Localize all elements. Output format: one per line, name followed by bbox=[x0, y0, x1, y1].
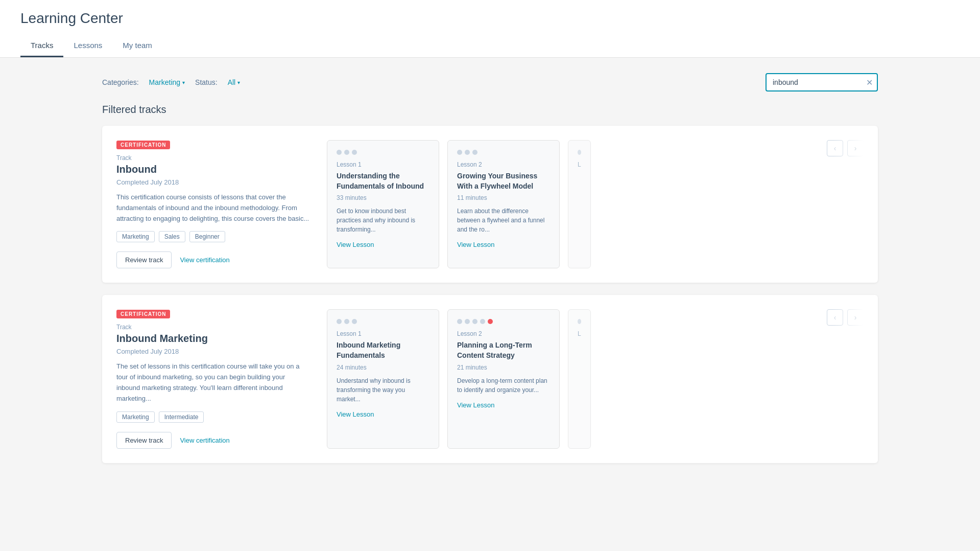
track1-lesson1-title: Understanding the Fundamentals of Inboun… bbox=[337, 171, 429, 191]
track2-lesson3-dots bbox=[578, 319, 581, 324]
dot4 bbox=[480, 319, 485, 324]
track2-lesson3-num: L bbox=[578, 330, 581, 337]
tag-marketing: Marketing bbox=[116, 231, 155, 242]
dot1 bbox=[457, 319, 462, 324]
track1-lesson2-num: Lesson 2 bbox=[457, 161, 550, 168]
filter-bar: Categories: Marketing ▾ Status: All ▾ ✕ bbox=[102, 73, 878, 91]
dot1 bbox=[578, 319, 581, 324]
track2-lesson1-desc: Understand why inbound is transforming t… bbox=[337, 376, 429, 404]
track1-lesson2-title: Growing Your Business With a Flywheel Mo… bbox=[457, 171, 550, 191]
status-label: Status: bbox=[195, 78, 218, 86]
categories-filter[interactable]: Marketing ▾ bbox=[149, 78, 185, 86]
tab-lessons[interactable]: Lessons bbox=[63, 35, 112, 57]
track1-lesson1-duration: 33 minutes bbox=[337, 194, 429, 201]
track2-lessons-area: Lesson 1 Inbound Marketing Fundamentals … bbox=[327, 309, 864, 448]
tab-tracks[interactable]: Tracks bbox=[20, 35, 63, 57]
dot2 bbox=[465, 150, 470, 155]
track1-actions: Review track View certification bbox=[116, 251, 310, 268]
dot2 bbox=[344, 150, 349, 155]
track2-lesson1-num: Lesson 1 bbox=[337, 330, 429, 337]
track2-label: Track bbox=[116, 324, 310, 331]
track2-lesson2-card: Lesson 2 Planning a Long-Term Content St… bbox=[447, 309, 560, 448]
tag2-marketing: Marketing bbox=[116, 411, 155, 423]
track1-lesson3-num: L bbox=[578, 161, 581, 168]
track2-lesson2-title: Planning a Long-Term Content Strategy bbox=[457, 340, 550, 360]
track1-lesson1-num: Lesson 1 bbox=[337, 161, 429, 168]
dot2 bbox=[344, 319, 349, 324]
track2-lesson1-dots bbox=[337, 319, 429, 324]
track1-lesson1-card: Lesson 1 Understanding the Fundamentals … bbox=[327, 140, 439, 268]
track1-partial-overlay bbox=[833, 140, 864, 268]
track2-lesson1-duration: 24 minutes bbox=[337, 364, 429, 371]
track2-name: Inbound Marketing bbox=[116, 333, 310, 345]
track1-lesson2-dots bbox=[457, 150, 550, 155]
track1-lesson2-duration: 11 minutes bbox=[457, 194, 550, 201]
categories-label: Categories: bbox=[102, 78, 139, 86]
track2-lesson1-title: Inbound Marketing Fundamentals bbox=[337, 340, 429, 360]
track2-lesson2-duration: 21 minutes bbox=[457, 364, 550, 371]
track1-lesson1-desc: Get to know inbound best practices and w… bbox=[337, 206, 429, 234]
track1-lesson1-dots bbox=[337, 150, 429, 155]
categories-caret-icon: ▾ bbox=[182, 80, 185, 85]
filtered-tracks-title: Filtered tracks bbox=[102, 104, 878, 116]
track1-lesson1-link[interactable]: View Lesson bbox=[337, 241, 374, 248]
dot1 bbox=[337, 319, 342, 324]
track1-completed: Completed July 2018 bbox=[116, 178, 310, 186]
track1-label: Track bbox=[116, 154, 310, 162]
header: Learning Center Tracks Lessons My team bbox=[0, 0, 980, 58]
track2-cert-badge: CERTIFICATION bbox=[116, 310, 170, 318]
main-content: Categories: Marketing ▾ Status: All ▾ ✕ … bbox=[0, 58, 980, 491]
dot3 bbox=[472, 319, 477, 324]
track2-lesson1-link[interactable]: View Lesson bbox=[337, 410, 374, 418]
track1-lesson3-dots bbox=[578, 150, 581, 155]
track-card-inbound: ‹ › CERTIFICATION Track Inbound Complete… bbox=[102, 126, 878, 283]
track2-lesson2-num: Lesson 2 bbox=[457, 330, 550, 337]
track1-lesson3-partial: L bbox=[568, 140, 591, 268]
track1-review-button[interactable]: Review track bbox=[116, 251, 172, 268]
tag-beginner: Beginner bbox=[189, 231, 225, 242]
track2-partial-overlay bbox=[833, 309, 864, 448]
nav-tabs: Tracks Lessons My team bbox=[20, 35, 960, 57]
track1-lesson2-link[interactable]: View Lesson bbox=[457, 241, 494, 248]
track1-cert-badge: CERTIFICATION bbox=[116, 141, 170, 149]
app-title: Learning Center bbox=[20, 10, 960, 35]
track1-lesson2-card: Lesson 2 Growing Your Business With a Fl… bbox=[447, 140, 560, 268]
track-card-inbound-marketing: ‹ › CERTIFICATION Track Inbound Marketin… bbox=[102, 295, 878, 463]
tag2-intermediate: Intermediate bbox=[159, 411, 204, 423]
status-caret-icon: ▾ bbox=[237, 80, 240, 85]
track2-actions: Review track View certification bbox=[116, 432, 310, 449]
track1-desc: This certification course consists of le… bbox=[116, 192, 310, 224]
track2-lesson2-dots bbox=[457, 319, 550, 324]
filter-left: Categories: Marketing ▾ Status: All ▾ bbox=[102, 78, 240, 86]
dot3 bbox=[352, 150, 357, 155]
tag-sales: Sales bbox=[159, 231, 185, 242]
dot5 bbox=[488, 319, 493, 324]
track2-desc: The set of lessons in this certification… bbox=[116, 361, 310, 404]
track2-lesson2-desc: Develop a long-term content plan to iden… bbox=[457, 376, 550, 395]
tab-my-team[interactable]: My team bbox=[112, 35, 162, 57]
dot3 bbox=[352, 319, 357, 324]
search-box: ✕ bbox=[766, 73, 878, 91]
track1-lessons-area: Lesson 1 Understanding the Fundamentals … bbox=[327, 140, 864, 268]
track2-info: CERTIFICATION Track Inbound Marketing Co… bbox=[116, 309, 310, 448]
track2-view-cert-link[interactable]: View certification bbox=[180, 437, 229, 444]
status-filter[interactable]: All ▾ bbox=[228, 78, 241, 86]
track2-lesson2-link[interactable]: View Lesson bbox=[457, 401, 494, 409]
dot1 bbox=[578, 150, 581, 155]
track2-lesson3-partial: L bbox=[568, 309, 591, 448]
search-input[interactable] bbox=[766, 73, 878, 91]
track1-tags: Marketing Sales Beginner bbox=[116, 231, 310, 242]
dot2 bbox=[465, 319, 470, 324]
track2-tags: Marketing Intermediate bbox=[116, 411, 310, 423]
track2-lesson1-card: Lesson 1 Inbound Marketing Fundamentals … bbox=[327, 309, 439, 448]
track1-view-cert-link[interactable]: View certification bbox=[180, 256, 229, 264]
dot1 bbox=[457, 150, 462, 155]
search-clear-button[interactable]: ✕ bbox=[866, 78, 873, 87]
track2-review-button[interactable]: Review track bbox=[116, 432, 172, 449]
track2-completed: Completed July 2018 bbox=[116, 348, 310, 355]
dot1 bbox=[337, 150, 342, 155]
track1-info: CERTIFICATION Track Inbound Completed Ju… bbox=[116, 140, 310, 268]
dot3 bbox=[472, 150, 477, 155]
track1-name: Inbound bbox=[116, 164, 310, 175]
track1-lesson2-desc: Learn about the difference between a fly… bbox=[457, 206, 550, 234]
